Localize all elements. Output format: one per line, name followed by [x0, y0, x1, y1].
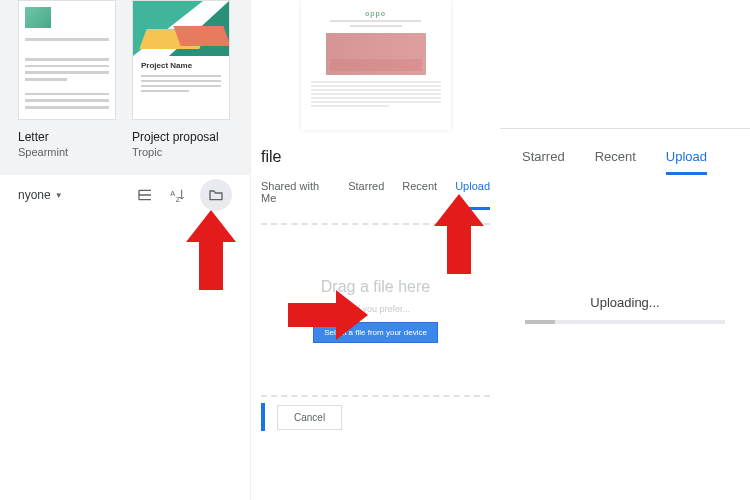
- toolbar-icons: AZ: [136, 179, 232, 211]
- uploading-status: Uploading...: [500, 295, 750, 310]
- template-subtitle: Tropic: [132, 146, 230, 158]
- template-thumb: [18, 0, 116, 120]
- tab-recent[interactable]: Recent: [402, 174, 437, 210]
- dialog-tabs: Starred Recent Upload: [500, 129, 750, 175]
- annotation-arrow-2: [434, 194, 484, 274]
- owner-filter-label: nyone: [18, 188, 51, 202]
- template-subtitle: Spearmint: [18, 146, 116, 158]
- dialog-title: file: [251, 130, 500, 174]
- template-title: Project proposal: [132, 130, 230, 144]
- template-gallery: Letter Spearmint Project Name Project pr…: [0, 0, 250, 200]
- template-thumb: Project Name: [132, 0, 230, 120]
- thumb-project-name: Project Name: [141, 61, 192, 70]
- tab-shared-with-me[interactable]: Shared with Me: [261, 174, 330, 210]
- template-title: Letter: [18, 130, 116, 144]
- svg-text:Z: Z: [176, 195, 181, 203]
- chevron-down-icon: ▼: [55, 191, 63, 200]
- svg-text:A: A: [170, 189, 175, 198]
- doc-preview-thumb: oppo: [301, 0, 451, 130]
- annotation-arrow-3: [288, 290, 368, 340]
- list-view-icon[interactable]: [136, 186, 154, 204]
- tab-upload[interactable]: Upload: [666, 149, 707, 175]
- toolbar: nyone ▼ AZ: [0, 175, 250, 215]
- doc-logo: oppo: [311, 10, 441, 17]
- sort-az-icon[interactable]: AZ: [168, 186, 186, 204]
- doc-photo: [326, 33, 426, 75]
- template-card-proposal[interactable]: Project Name Project proposal Tropic: [132, 0, 230, 158]
- uploading-panel: Starred Recent Upload Uploading...: [500, 0, 750, 500]
- cancel-button[interactable]: Cancel: [277, 405, 342, 430]
- open-file-picker-icon[interactable]: [200, 179, 232, 211]
- template-card-letter[interactable]: Letter Spearmint: [18, 0, 116, 158]
- tab-starred[interactable]: Starred: [522, 149, 565, 175]
- template-row: Letter Spearmint Project Name Project pr…: [0, 0, 250, 158]
- dialog-bottom-bar: Cancel: [261, 399, 490, 435]
- accent-bar: [261, 403, 265, 431]
- upload-progress-bar: [525, 320, 725, 324]
- owner-filter-dropdown[interactable]: nyone ▼: [18, 188, 63, 202]
- tab-starred[interactable]: Starred: [348, 174, 384, 210]
- tab-recent[interactable]: Recent: [595, 149, 636, 175]
- annotation-arrow-1: [186, 210, 236, 290]
